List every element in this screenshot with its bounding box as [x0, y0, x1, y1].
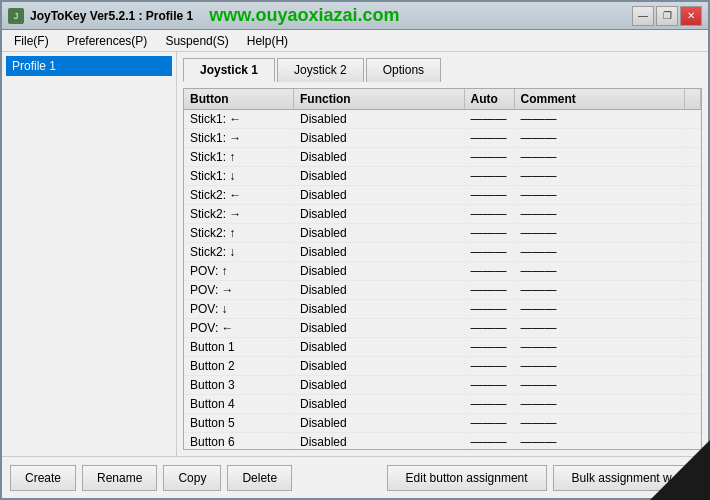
- cell-scroll: [685, 357, 701, 375]
- table-row[interactable]: Stick1: → Disabled ——— ———: [184, 129, 701, 148]
- profile-item-1[interactable]: Profile 1: [6, 56, 172, 76]
- table-row[interactable]: POV: ↑ Disabled ——— ———: [184, 262, 701, 281]
- cell-button: Button 4: [184, 395, 294, 413]
- cell-button: POV: ↑: [184, 262, 294, 280]
- cell-scroll: [685, 395, 701, 413]
- copy-button[interactable]: Copy: [163, 465, 221, 491]
- cell-function: Disabled: [294, 376, 465, 394]
- table-row[interactable]: POV: ← Disabled ——— ———: [184, 319, 701, 338]
- minimize-button[interactable]: —: [632, 6, 654, 26]
- cell-scroll: [685, 148, 701, 166]
- cell-comment: ———: [515, 433, 686, 449]
- table-row[interactable]: Stick2: ← Disabled ——— ———: [184, 186, 701, 205]
- cell-function: Disabled: [294, 395, 465, 413]
- cell-auto: ———: [465, 205, 515, 223]
- cell-auto: ———: [465, 357, 515, 375]
- cell-scroll: [685, 243, 701, 261]
- tab-joystick2[interactable]: Joystick 2: [277, 58, 364, 82]
- cell-function: Disabled: [294, 433, 465, 449]
- menu-preferences[interactable]: Preferences(P): [59, 32, 156, 50]
- right-panel: Joystick 1 Joystick 2 Options Button Fun…: [177, 52, 708, 456]
- table-row[interactable]: Button 3 Disabled ——— ———: [184, 376, 701, 395]
- cell-auto: ———: [465, 148, 515, 166]
- cell-auto: ———: [465, 281, 515, 299]
- cell-comment: ———: [515, 110, 686, 128]
- cell-function: Disabled: [294, 129, 465, 147]
- cell-function: Disabled: [294, 281, 465, 299]
- title-buttons: — ❐ ✕: [632, 6, 702, 26]
- cell-scroll: [685, 338, 701, 356]
- cell-comment: ———: [515, 414, 686, 432]
- cell-comment: ———: [515, 205, 686, 223]
- table-row[interactable]: POV: ↓ Disabled ——— ———: [184, 300, 701, 319]
- menu-help[interactable]: Help(H): [239, 32, 296, 50]
- cell-auto: ———: [465, 319, 515, 337]
- cell-comment: ———: [515, 395, 686, 413]
- cell-auto: ———: [465, 338, 515, 356]
- table-row[interactable]: Button 6 Disabled ——— ———: [184, 433, 701, 449]
- col-button: Button: [184, 89, 294, 109]
- edit-button[interactable]: Edit button assignment: [387, 465, 547, 491]
- cell-function: Disabled: [294, 357, 465, 375]
- tab-options[interactable]: Options: [366, 58, 441, 82]
- cell-scroll: [685, 414, 701, 432]
- table-row[interactable]: Stick1: ↓ Disabled ——— ———: [184, 167, 701, 186]
- close-button[interactable]: ✕: [680, 6, 702, 26]
- cell-function: Disabled: [294, 243, 465, 261]
- cell-comment: ———: [515, 186, 686, 204]
- rename-button[interactable]: Rename: [82, 465, 157, 491]
- cell-comment: ———: [515, 357, 686, 375]
- main-content: Profile 1 Joystick 1 Joystick 2 Options …: [2, 52, 708, 456]
- cell-button: Stick1: ↑: [184, 148, 294, 166]
- col-function: Function: [294, 89, 465, 109]
- cell-comment: ———: [515, 224, 686, 242]
- cell-scroll: [685, 262, 701, 280]
- table-row[interactable]: Stick2: → Disabled ——— ———: [184, 205, 701, 224]
- cell-scroll: [685, 129, 701, 147]
- cell-button: Stick2: →: [184, 205, 294, 223]
- cell-auto: ———: [465, 129, 515, 147]
- table-row[interactable]: Button 4 Disabled ——— ———: [184, 395, 701, 414]
- title-bar: J JoyToKey Ver5.2.1 : Profile 1 www.ouya…: [2, 2, 708, 30]
- cell-button: Stick2: ↓: [184, 243, 294, 261]
- table-row[interactable]: Button 1 Disabled ——— ———: [184, 338, 701, 357]
- col-comment: Comment: [515, 89, 686, 109]
- cell-button: Button 6: [184, 433, 294, 449]
- table-row[interactable]: Stick1: ← Disabled ——— ———: [184, 110, 701, 129]
- cell-auto: ———: [465, 376, 515, 394]
- table-row[interactable]: Stick2: ↑ Disabled ——— ———: [184, 224, 701, 243]
- tab-joystick1[interactable]: Joystick 1: [183, 58, 275, 82]
- cell-comment: ———: [515, 129, 686, 147]
- table-row[interactable]: POV: → Disabled ——— ———: [184, 281, 701, 300]
- table-row[interactable]: Stick2: ↓ Disabled ——— ———: [184, 243, 701, 262]
- cell-function: Disabled: [294, 300, 465, 318]
- bottom-left-buttons: CreateRenameCopyDelete: [10, 465, 292, 491]
- restore-button[interactable]: ❐: [656, 6, 678, 26]
- main-window: J JoyToKey Ver5.2.1 : Profile 1 www.ouya…: [0, 0, 710, 500]
- cell-button: Stick1: ↓: [184, 167, 294, 185]
- cell-function: Disabled: [294, 110, 465, 128]
- window-title: JoyToKey Ver5.2.1 : Profile 1: [30, 9, 193, 23]
- create-button[interactable]: Create: [10, 465, 76, 491]
- cell-button: Stick1: ←: [184, 110, 294, 128]
- cell-auto: ———: [465, 167, 515, 185]
- cell-auto: ———: [465, 300, 515, 318]
- cell-auto: ———: [465, 224, 515, 242]
- col-scrollbar-header: [685, 89, 701, 109]
- table-row[interactable]: Button 2 Disabled ——— ———: [184, 357, 701, 376]
- cell-function: Disabled: [294, 319, 465, 337]
- title-bar-left: J JoyToKey Ver5.2.1 : Profile 1 www.ouya…: [8, 5, 400, 26]
- cell-function: Disabled: [294, 148, 465, 166]
- cell-scroll: [685, 376, 701, 394]
- cell-comment: ———: [515, 262, 686, 280]
- bottom-bar: CreateRenameCopyDelete Edit button assig…: [2, 456, 708, 498]
- delete-button[interactable]: Delete: [227, 465, 292, 491]
- menu-file[interactable]: File(F): [6, 32, 57, 50]
- table-row[interactable]: Button 5 Disabled ——— ———: [184, 414, 701, 433]
- cell-scroll: [685, 300, 701, 318]
- cell-auto: ———: [465, 243, 515, 261]
- cell-button: POV: ↓: [184, 300, 294, 318]
- table-row[interactable]: Stick1: ↑ Disabled ——— ———: [184, 148, 701, 167]
- button-table: Button Function Auto Comment Stick1: ← D…: [183, 88, 702, 450]
- menu-suspend[interactable]: Suspend(S): [157, 32, 236, 50]
